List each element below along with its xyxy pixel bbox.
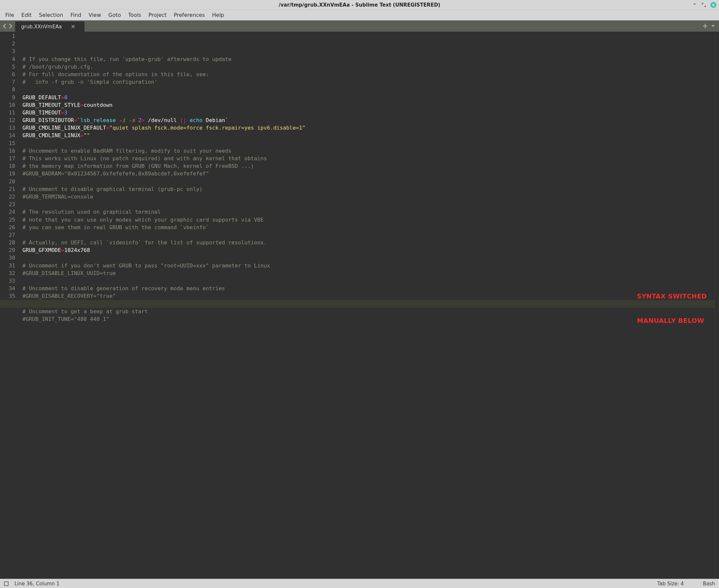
- line-number: 7: [0, 78, 15, 86]
- menubar: FileEditSelectionFindViewGotoToolsProjec…: [0, 10, 719, 20]
- tab-dropdown-icon[interactable]: [711, 23, 716, 29]
- code-line: #GRUB_BADRAM="0x01234567,0xfefefefe,0x89…: [22, 170, 715, 177]
- code-line: # the memory map information from GRUB (…: [22, 162, 715, 170]
- statusbar: Line 36, Column 1 Tab Size: 4 Bash: [0, 579, 719, 588]
- code-line: #GRUB_TERMINAL=console: [22, 193, 715, 201]
- line-number: 14: [0, 131, 15, 139]
- line-number: 33: [0, 277, 15, 285]
- line-number: 28: [0, 239, 15, 246]
- code-line: [22, 300, 715, 308]
- tab-close-icon[interactable]: [70, 24, 76, 29]
- code-line: GRUB_CMDLINE_LINUX="": [22, 131, 715, 139]
- status-position[interactable]: Line 36, Column 1: [15, 581, 59, 587]
- tab-history-forward-icon[interactable]: [8, 23, 13, 29]
- line-number: 4: [0, 56, 15, 63]
- code-line: # Uncomment if you don't want GRUB to pa…: [22, 262, 715, 269]
- code-line: # If you change this file, run 'update-g…: [22, 56, 715, 63]
- line-number: 21: [0, 185, 15, 193]
- menu-item-preferences[interactable]: Preferences: [170, 10, 208, 19]
- window-minimize-button[interactable]: –: [692, 1, 697, 6]
- line-number: 23: [0, 201, 15, 208]
- menu-item-goto[interactable]: Goto: [105, 10, 124, 19]
- tab-label: grub.XXnVmEAa: [21, 24, 62, 30]
- tab-active[interactable]: grub.XXnVmEAa: [15, 21, 84, 31]
- tab-strip: grub.XXnVmEAa: [0, 20, 719, 31]
- menu-item-edit[interactable]: Edit: [18, 10, 35, 19]
- menu-item-project[interactable]: Project: [145, 10, 170, 19]
- code-line: # note that you can use only modes which…: [22, 216, 715, 224]
- code-line: [22, 254, 715, 261]
- code-line: GRUB_DISTRIBUTOR=`lsb_release -i -s 2> /…: [22, 117, 715, 124]
- code-line: # For full documentation of the options …: [22, 70, 715, 78]
- line-number: 34: [0, 285, 15, 292]
- code-line: #GRUB_INIT_TUNE="480 440 1": [22, 315, 715, 323]
- line-number: 8: [0, 86, 15, 93]
- line-number: 20: [0, 178, 15, 185]
- menu-item-tools[interactable]: Tools: [125, 10, 145, 19]
- line-number: 15: [0, 140, 15, 147]
- code-line: # Uncomment to enable BadRAM filtering, …: [22, 147, 715, 155]
- line-number: 5: [0, 63, 15, 70]
- code-line: [22, 86, 715, 93]
- line-number: 10: [0, 101, 15, 109]
- menu-item-view[interactable]: View: [85, 10, 104, 19]
- overlay-annotation: SYNTAX SWITCHED MANUALLY BELOW: [637, 276, 707, 341]
- line-number: 31: [0, 262, 15, 269]
- status-tab-size[interactable]: Tab Size: 4: [657, 581, 684, 587]
- code-area[interactable]: SYNTAX SWITCHED MANUALLY BELOW # If you …: [19, 31, 715, 579]
- line-number: 26: [0, 224, 15, 231]
- side-panel-toggle-icon[interactable]: [4, 582, 8, 586]
- line-number: 17: [0, 155, 15, 162]
- code-line: # /boot/grub/grub.cfg.: [22, 63, 715, 70]
- menu-item-file[interactable]: File: [2, 10, 18, 19]
- status-syntax[interactable]: Bash: [703, 581, 715, 587]
- line-number: 1: [0, 32, 15, 40]
- line-number: 25: [0, 216, 15, 224]
- window-maximize-button[interactable]: [701, 2, 706, 7]
- line-number: 27: [0, 231, 15, 239]
- code-line: [22, 323, 715, 331]
- line-number: 19: [0, 170, 15, 177]
- line-number: 13: [0, 124, 15, 131]
- window-titlebar: /var/tmp/grub.XXnVmEAa - Sublime Text (U…: [0, 0, 719, 10]
- line-number: 11: [0, 109, 15, 117]
- code-line: [22, 140, 715, 147]
- menu-item-help[interactable]: Help: [209, 10, 227, 19]
- tab-history-back-icon[interactable]: [2, 23, 7, 29]
- code-line: GRUB_CMDLINE_LINUX_DEFAULT="quiet splash…: [22, 124, 715, 131]
- code-line: #GRUB_DISABLE_RECOVERY="true": [22, 292, 715, 300]
- window-close-button[interactable]: [711, 2, 716, 8]
- line-number: 3: [0, 47, 15, 55]
- new-tab-icon[interactable]: [702, 23, 708, 29]
- annotation-line-1: SYNTAX SWITCHED: [637, 292, 707, 300]
- code-line: GRUB_TIMEOUT=3: [22, 109, 715, 117]
- code-line: # Actually, on UEFI, call `videoinfo` fo…: [22, 239, 715, 246]
- code-line: [22, 178, 715, 185]
- code-line: # Uncomment to get a beep at grub start: [22, 308, 715, 315]
- annotation-line-2: MANUALLY BELOW: [637, 317, 707, 325]
- menu-item-selection[interactable]: Selection: [36, 10, 67, 19]
- line-number: 35: [0, 292, 15, 300]
- code-line: # This works with Linux (no patch requir…: [22, 155, 715, 162]
- line-number: 24: [0, 208, 15, 216]
- menu-item-find[interactable]: Find: [67, 10, 85, 19]
- line-number: 16: [0, 147, 15, 155]
- editor[interactable]: 1234567891011121314151617181920212223242…: [0, 31, 719, 579]
- code-line: #GRUB_DISABLE_LINUX_UUID=true: [22, 269, 715, 277]
- window-title: /var/tmp/grub.XXnVmEAa - Sublime Text (U…: [0, 2, 719, 8]
- line-number: 12: [0, 117, 15, 124]
- code-line: [22, 231, 715, 239]
- minimap[interactable]: [715, 31, 719, 579]
- code-line: [22, 277, 715, 285]
- code-line: GRUB_TIMEOUT_STYLE=countdown: [22, 101, 715, 109]
- line-number: 18: [0, 162, 15, 170]
- line-number: 29: [0, 246, 15, 254]
- code-line: # info -f grub -n 'Simple configuration': [22, 78, 715, 86]
- line-number: 22: [0, 193, 15, 201]
- code-line: # you can see them in real GRUB with the…: [22, 224, 715, 231]
- code-line: [22, 201, 715, 208]
- code-line: GRUB_DEFAULT=0: [22, 94, 715, 101]
- code-line: # Uncomment to disable graphical termina…: [22, 185, 715, 193]
- code-line: # Uncomment to disable generation of rec…: [22, 285, 715, 292]
- line-number: 6: [0, 70, 15, 78]
